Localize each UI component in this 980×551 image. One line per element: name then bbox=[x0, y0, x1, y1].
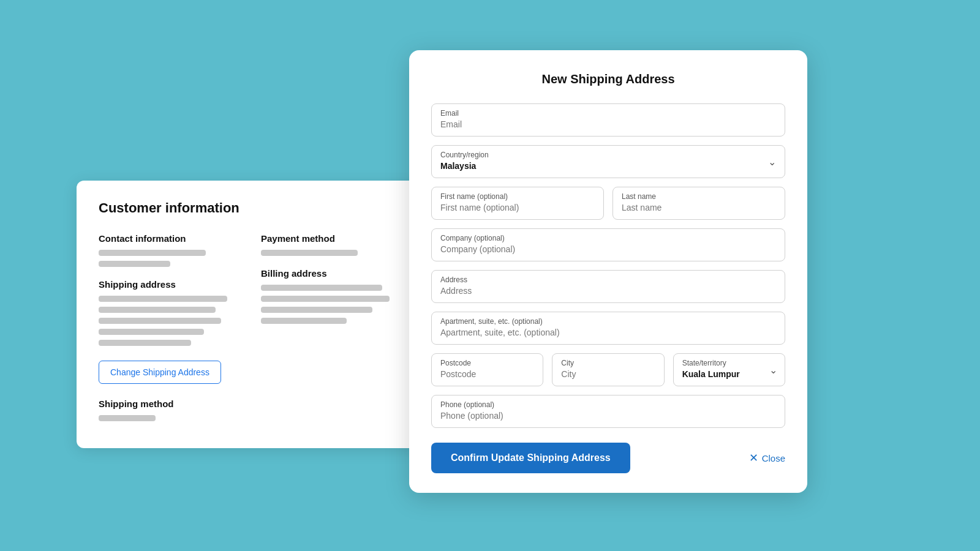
state-select[interactable]: Kuala Lumpur Selangor Penang Johor bbox=[682, 369, 763, 379]
payment-placeholder-1 bbox=[261, 250, 358, 256]
lastname-label: Last name bbox=[622, 192, 776, 201]
confirm-update-button[interactable]: Confirm Update Shipping Address bbox=[431, 443, 630, 473]
billing-placeholder-2 bbox=[261, 296, 390, 302]
phone-input[interactable] bbox=[440, 411, 776, 421]
company-label: Company (optional) bbox=[440, 234, 776, 242]
apartment-input[interactable] bbox=[440, 328, 776, 337]
email-label: Email bbox=[440, 109, 776, 118]
company-input[interactable] bbox=[440, 244, 776, 254]
country-label: Country/region bbox=[440, 151, 760, 159]
new-shipping-address-modal: New Shipping Address Email Country/regio… bbox=[409, 50, 807, 493]
country-field-wrapper[interactable]: Country/region Malaysia Singapore Indone… bbox=[431, 145, 785, 178]
shipping-method-placeholder bbox=[99, 415, 156, 421]
shipping-address-label: Shipping address bbox=[99, 279, 241, 290]
shipping-placeholder-5 bbox=[99, 340, 191, 346]
contact-placeholder-2 bbox=[99, 261, 170, 267]
address-label: Address bbox=[440, 276, 776, 284]
phone-field-wrapper[interactable]: Phone (optional) bbox=[431, 395, 785, 428]
phone-label: Phone (optional) bbox=[440, 400, 776, 409]
postcode-field-wrapper[interactable]: Postcode bbox=[431, 353, 543, 386]
state-chevron-icon: ⌄ bbox=[769, 364, 777, 376]
company-field-wrapper[interactable]: Company (optional) bbox=[431, 228, 785, 261]
left-column: Contact information Shipping address Cha… bbox=[99, 233, 241, 426]
city-input[interactable] bbox=[561, 369, 655, 379]
shipping-placeholder-2 bbox=[99, 307, 216, 313]
billing-address-label: Billing address bbox=[261, 268, 404, 279]
firstname-field-wrapper[interactable]: First name (optional) bbox=[431, 187, 604, 220]
close-label: Close bbox=[762, 453, 785, 463]
shipping-method-label: Shipping method bbox=[99, 399, 241, 409]
bg-card-grid: Contact information Shipping address Cha… bbox=[99, 233, 404, 426]
close-button[interactable]: ✕ Close bbox=[749, 451, 785, 465]
bg-card-title: Customer information bbox=[99, 200, 404, 216]
state-label: State/territory bbox=[682, 359, 763, 367]
apartment-field-wrapper[interactable]: Apartment, suite, etc. (optional) bbox=[431, 312, 785, 345]
email-input[interactable] bbox=[440, 119, 776, 129]
lastname-field-wrapper[interactable]: Last name bbox=[612, 187, 785, 220]
address-input[interactable] bbox=[440, 286, 776, 296]
name-row: First name (optional) Last name bbox=[431, 187, 785, 220]
shipping-placeholder-1 bbox=[99, 296, 227, 302]
city-field-wrapper[interactable]: City bbox=[552, 353, 664, 386]
firstname-input[interactable] bbox=[440, 203, 595, 212]
apartment-label: Apartment, suite, etc. (optional) bbox=[440, 317, 776, 326]
shipping-placeholder-3 bbox=[99, 318, 221, 324]
billing-placeholder-4 bbox=[261, 318, 347, 324]
contact-placeholder-1 bbox=[99, 250, 206, 256]
right-column: Payment method Billing address bbox=[261, 233, 404, 426]
customer-information-card: Customer information Contact information… bbox=[77, 181, 426, 448]
address-field-wrapper[interactable]: Address bbox=[431, 270, 785, 303]
change-shipping-address-button[interactable]: Change Shipping Address bbox=[99, 361, 221, 384]
payment-method-label: Payment method bbox=[261, 233, 404, 244]
modal-footer: Confirm Update Shipping Address ✕ Close bbox=[431, 443, 785, 473]
postcode-input[interactable] bbox=[440, 369, 534, 379]
country-chevron-icon: ⌄ bbox=[768, 156, 776, 168]
firstname-label: First name (optional) bbox=[440, 192, 595, 201]
contact-info-label: Contact information bbox=[99, 233, 241, 244]
postcode-city-state-row: Postcode City State/territory Kuala Lump… bbox=[431, 353, 785, 386]
close-x-icon: ✕ bbox=[749, 451, 758, 465]
billing-placeholder-3 bbox=[261, 307, 372, 313]
lastname-input[interactable] bbox=[622, 203, 776, 212]
modal-title: New Shipping Address bbox=[431, 72, 785, 86]
postcode-label: Postcode bbox=[440, 359, 534, 367]
billing-placeholder-1 bbox=[261, 285, 382, 291]
city-label: City bbox=[561, 359, 655, 367]
email-field-wrapper[interactable]: Email bbox=[431, 103, 785, 137]
shipping-placeholder-4 bbox=[99, 329, 204, 335]
state-field-wrapper[interactable]: State/territory Kuala Lumpur Selangor Pe… bbox=[673, 353, 785, 386]
country-select[interactable]: Malaysia Singapore Indonesia Thailand bbox=[440, 161, 760, 171]
